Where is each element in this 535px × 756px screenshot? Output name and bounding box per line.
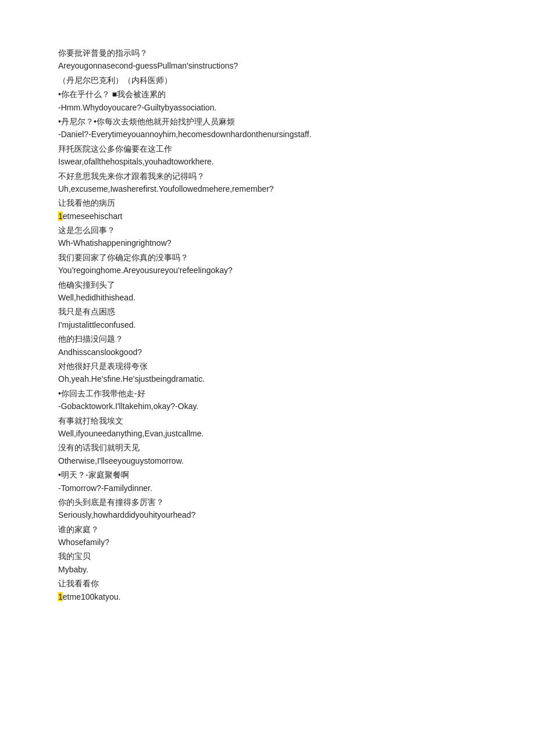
english-line-5: Uh,excuseme,Iwasherefirst.Youfollowedmeh… <box>58 182 477 195</box>
pair-1: 你要批评普曼的指示吗？ Areyougonnasecond-guessPullm… <box>58 46 477 73</box>
pair-8: 我们要回家了你确定你真的没事吗？ You'regoinghome.Areyous… <box>58 251 477 277</box>
english-line-17: Seriously,howharddidyouhityourhead? <box>58 508 477 521</box>
pair-16: •明天？-家庭聚餐啊 -Tomorrow?-Familydinner. <box>58 468 477 495</box>
highlight-1: 1 <box>58 212 63 221</box>
pair-12: 对他很好只是表现得夸张 Oh,yeah.He'sfine.He'sjustbei… <box>58 360 477 386</box>
english-line-4: Iswear,ofallthehospitals,youhadtoworkher… <box>58 155 477 168</box>
english-line-15: Otherwise,I'llseeyouguystomorrow. <box>58 454 477 467</box>
english-line-19: Mybaby. <box>58 563 477 576</box>
main-content: 你要批评普曼的指示吗？ Areyougonnasecond-guessPullm… <box>58 46 477 603</box>
pair-speaker: （丹尼尔巴克利）（内科医师） <box>58 74 477 87</box>
chinese-line-8: 我们要回家了你确定你真的没事吗？ <box>58 251 477 264</box>
english-line-6: 1etmeseehischart <box>58 210 477 223</box>
english-line-3: -Daniel?-Everytimeyouannoyhim,hecomesdow… <box>58 128 477 141</box>
pair-9: 他确实撞到头了 Well,hedidhithishead. <box>58 278 477 304</box>
english-line-16: -Tomorrow?-Familydinner. <box>58 482 477 495</box>
english-line-12: Oh,yeah.He'sfine.He'sjustbeingdramatic. <box>58 372 477 385</box>
english-line-9: Well,hedidhithishead. <box>58 291 477 304</box>
chinese-line-10: 我只是有点困惑 <box>58 305 477 318</box>
chinese-line-13: •你回去工作我带他走-好 <box>58 387 477 400</box>
pair-6: 让我看他的病历 1etmeseehischart <box>58 196 477 223</box>
highlight-2: 1 <box>58 592 63 601</box>
pair-14: 有事就打给我埃文 Well,ifyouneedanything,Evan,jus… <box>58 414 477 440</box>
chinese-line-18: 谁的家庭？ <box>58 523 477 536</box>
pair-18: 谁的家庭？ Whosefamily? <box>58 523 477 549</box>
pair-7: 这是怎么回事？ Wh-Whatishappeningrightnow? <box>58 224 477 250</box>
pair-20: 让我看看你 1etme100katyou. <box>58 577 477 603</box>
pair-11: 他的扫描没问题？ Andhisscanslookgood? <box>58 332 477 359</box>
chinese-line-16: •明天？-家庭聚餐啊 <box>58 468 477 481</box>
chinese-line-14: 有事就打给我埃文 <box>58 414 477 427</box>
chinese-line-11: 他的扫描没问题？ <box>58 332 477 345</box>
chinese-line-20: 让我看看你 <box>58 577 477 590</box>
english-line-18: Whosefamily? <box>58 536 477 549</box>
english-line-8: You'regoinghome.Areyousureyou'refeelingo… <box>58 264 477 277</box>
chinese-line-2: •你在乎什么？ ■我会被连累的 <box>58 88 477 101</box>
pair-5: 不好意思我先来你才跟着我来的记得吗？ Uh,excuseme,Iwasheref… <box>58 170 477 196</box>
pair-2: •你在乎什么？ ■我会被连累的 -Hmm.Whydoyoucare?-Guilt… <box>58 88 477 114</box>
chinese-line-1: 你要批评普曼的指示吗？ <box>58 46 477 59</box>
english-line-13: -Gobacktowork.I'lltakehim,okay?-Okay. <box>58 400 477 413</box>
chinese-line-15: 没有的话我们就明天见 <box>58 441 477 454</box>
pair-3: •丹尼尔？•你每次去烦他他就开始找护理人员麻烦 -Daniel?-Everyti… <box>58 115 477 141</box>
chinese-line-7: 这是怎么回事？ <box>58 224 477 237</box>
english-line-2: -Hmm.Whydoyoucare?-Guiltybyassociation. <box>58 101 477 114</box>
english-line-14: Well,ifyouneedanything,Evan,justcallme. <box>58 427 477 440</box>
pair-17: 你的头到底是有撞得多厉害？ Seriously,howharddidyouhit… <box>58 496 477 522</box>
pair-10: 我只是有点困惑 I'mjustalittleconfused. <box>58 305 477 331</box>
pair-19: 我的宝贝 Mybaby. <box>58 550 477 576</box>
chinese-line-19: 我的宝贝 <box>58 550 477 562</box>
english-line-7: Wh-Whatishappeningrightnow? <box>58 237 477 249</box>
chinese-line-6: 让我看他的病历 <box>58 196 477 209</box>
pair-4: 拜托医院这公多你偏要在这工作 Iswear,ofallthehospitals,… <box>58 142 477 169</box>
pair-15: 没有的话我们就明天见 Otherwise,I'llseeyouguystomor… <box>58 441 477 467</box>
english-line-20: 1etme100katyou. <box>58 590 477 603</box>
chinese-speaker: （丹尼尔巴克利）（内科医师） <box>58 74 477 87</box>
english-line-10: I'mjustalittleconfused. <box>58 318 477 331</box>
chinese-line-9: 他确实撞到头了 <box>58 278 477 291</box>
pair-13: •你回去工作我带他走-好 -Gobacktowork.I'lltakehim,o… <box>58 387 477 413</box>
chinese-line-17: 你的头到底是有撞得多厉害？ <box>58 496 477 508</box>
chinese-line-4: 拜托医院这公多你偏要在这工作 <box>58 142 477 155</box>
chinese-line-3: •丹尼尔？•你每次去烦他他就开始找护理人员麻烦 <box>58 115 477 128</box>
english-line-11: Andhisscanslookgood? <box>58 346 477 359</box>
chinese-line-5: 不好意思我先来你才跟着我来的记得吗？ <box>58 170 477 182</box>
english-line-1: Areyougonnasecond-guessPullman'sinstruct… <box>58 59 477 72</box>
chinese-line-12: 对他很好只是表现得夸张 <box>58 360 477 372</box>
